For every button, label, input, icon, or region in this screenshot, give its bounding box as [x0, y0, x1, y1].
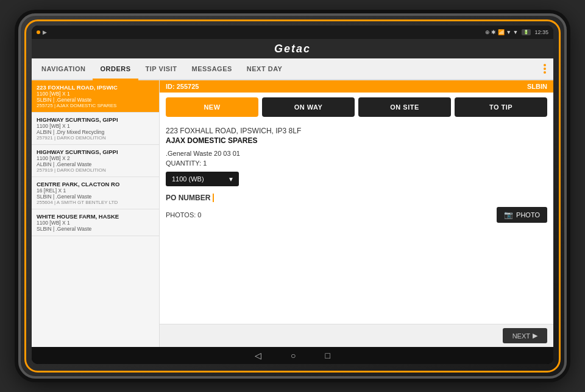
po-cursor [213, 194, 214, 202]
next-arrow-icon: ▶ [533, 332, 537, 340]
order-company: AJAX DOMESTIC SPARES [166, 136, 547, 145]
order-detail1-5: 1100 [WB] X 1 [37, 220, 154, 226]
order-item-3[interactable]: HIGHWAY SCURTINGS, GIPPI 1100 [WB] X 2 A… [32, 145, 159, 177]
status-right-icons: ⊕ ✱ 📶 ▼ ▼ 🔋 12:35 [485, 29, 548, 35]
status-indicator [37, 30, 40, 34]
order-list: 223 FOXHALL ROAD, IPSWIC 1100 [WB] X 1 S… [32, 80, 160, 347]
order-ref-3: 257919 | DARKO DEMOLITION [37, 167, 154, 173]
app-area: NAVIGATION ORDERS TIP VISIT MESSAGES NEX… [32, 58, 553, 347]
status-play-icon: ▶ [43, 29, 47, 35]
status-btn-new[interactable]: NEW [166, 97, 258, 117]
status-buttons: NEW ON WAY ON SITE TO TIP [160, 93, 553, 122]
order-detail2-5: SLBIN | .General Waste [37, 226, 154, 232]
next-button[interactable]: NEXT ▶ [503, 328, 547, 343]
android-nav-bar: ◁ ○ □ [32, 347, 553, 364]
order-detail2-1: SLBIN | .General Waste [37, 97, 154, 103]
next-btn-label: NEXT [512, 332, 530, 340]
status-btn-on-way[interactable]: ON WAY [262, 97, 355, 117]
device: ▶ ⊕ ✱ 📶 ▼ ▼ 🔋 12:35 Getac NAVIGATION ORD… [18, 13, 567, 379]
order-dropdown-wrap: 1100 (WB) ▼ [166, 172, 547, 186]
order-detail2-3: ALBIN | .General Waste [37, 161, 154, 167]
po-number-label: PO NUMBER [166, 194, 547, 202]
detail-panel: ID: 255725 SLBIN NEW ON WAY ON SITE TO T… [160, 80, 553, 347]
order-ref-2: 257921 | DARKO DEMOLITION [37, 135, 154, 141]
order-ref-4: 255604 | A SMITH GT BENTLEY LTD [37, 200, 154, 205]
photos-count: PHOTOS: 0 [166, 211, 201, 219]
order-ref-1: 255725 | AJAX DOMESTIC SPARES [37, 103, 154, 108]
order-detail1-4: 16 [REL] X 1 [37, 187, 154, 194]
tab-tip-visit[interactable]: TIP VISIT [138, 58, 185, 80]
home-button[interactable]: ○ [291, 351, 296, 360]
order-quantity: QUANTITY: 1 [166, 159, 547, 167]
status-left-icons: ▶ [37, 29, 47, 35]
next-bar: NEXT ▶ [160, 324, 553, 347]
order-full-address: 223 FOXHALL ROAD, IPSWICH, IP3 8LF [166, 127, 547, 135]
order-item-5[interactable]: WHITE HOUSE FARM, HASKE 1100 [WB] X 1 SL… [32, 209, 159, 236]
order-details: 223 FOXHALL ROAD, IPSWICH, IP3 8LF AJAX … [160, 122, 553, 324]
status-btn-to-tip[interactable]: TO TIP [455, 97, 547, 117]
order-detail1-1: 1100 [WB] X 1 [37, 91, 154, 97]
order-item-1[interactable]: 223 FOXHALL ROAD, IPSWIC 1100 [WB] X 1 S… [32, 80, 159, 113]
screen: ▶ ⊕ ✱ 📶 ▼ ▼ 🔋 12:35 Getac NAVIGATION ORD… [32, 26, 553, 364]
tab-next-day[interactable]: NEXT DAY [239, 58, 290, 80]
detail-id: ID: 255725 [166, 83, 199, 90]
status-btn-on-site[interactable]: ON SITE [358, 97, 451, 117]
recent-button[interactable]: □ [325, 351, 330, 360]
tab-navigation[interactable]: NAVIGATION [34, 58, 93, 80]
back-button[interactable]: ◁ [255, 351, 261, 360]
camera-icon: 📷 [504, 211, 513, 219]
device-header: Getac [32, 39, 553, 58]
order-waste-type: .General Waste 20 03 01 [166, 150, 547, 157]
order-address-4: CENTRE PARK, CLACTON RO [37, 181, 154, 187]
order-address-3: HIGHWAY SCURTINGS, GIPPI [37, 149, 154, 155]
detail-bin: SLBIN [527, 83, 547, 90]
photos-row: PHOTOS: 0 📷 PHOTO [166, 207, 547, 223]
main-content: 223 FOXHALL ROAD, IPSWIC 1100 [WB] X 1 S… [32, 80, 553, 347]
order-detail2-2: ALBIN | .Dry Mixed Recycling [37, 129, 154, 135]
gps-icon: ⊕ ✱ 📶 ▼ ▼ [485, 29, 519, 35]
tab-orders[interactable]: ORDERS [93, 58, 138, 80]
battery-icon: 🔋 [522, 29, 531, 35]
status-bar: ▶ ⊕ ✱ 📶 ▼ ▼ 🔋 12:35 [32, 26, 553, 39]
photo-btn-label: PHOTO [516, 211, 540, 219]
order-item-2[interactable]: HIGHWAY SCURTINGS, GIPPI 1100 [WB] X 1 A… [32, 113, 159, 145]
order-address-5: WHITE HOUSE FARM, HASKE [37, 213, 154, 220]
three-dots-icon [544, 64, 546, 74]
time-display: 12:35 [534, 29, 548, 35]
order-item-4[interactable]: CENTRE PARK, CLACTON RO 16 [REL] X 1 SLB… [32, 177, 159, 209]
order-detail1-3: 1100 [WB] X 2 [37, 155, 154, 161]
order-address-2: HIGHWAY SCURTINGS, GIPPI [37, 116, 154, 123]
tab-messages[interactable]: MESSAGES [184, 58, 239, 80]
bin-type-select[interactable]: 1100 (WB) [166, 172, 239, 186]
dropdown-container: 1100 (WB) ▼ [166, 172, 239, 186]
order-detail2-4: SLBIN | .General Waste [37, 194, 154, 200]
photo-button[interactable]: 📷 PHOTO [497, 207, 547, 223]
detail-header: ID: 255725 SLBIN [160, 80, 553, 93]
menu-icon[interactable] [539, 58, 551, 79]
order-address-1: 223 FOXHALL ROAD, IPSWIC [37, 84, 154, 91]
order-detail1-2: 1100 [WB] X 1 [37, 123, 154, 129]
getac-logo: Getac [274, 43, 311, 55]
nav-tabs: NAVIGATION ORDERS TIP VISIT MESSAGES NEX… [32, 58, 553, 80]
